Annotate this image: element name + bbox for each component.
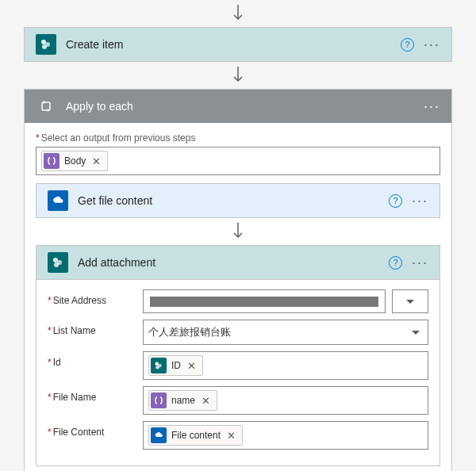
more-icon[interactable]: ··· [412,197,428,205]
svg-point-1 [41,40,46,44]
remove-token-icon[interactable]: ✕ [186,360,198,372]
filecontent-label: File Content [48,421,135,438]
filecontent-token[interactable]: File content ✕ [148,425,243,446]
chevron-down-icon [412,331,420,335]
list-name-dropdown[interactable]: 个人差旅报销台账 [143,320,428,345]
site-address-dropdown[interactable] [392,289,428,313]
body-token[interactable]: Body ✕ [41,151,108,171]
name-token[interactable]: name ✕ [148,390,217,411]
arrow-connector [24,62,452,89]
expression-icon [151,392,167,408]
site-address-input[interactable] [143,289,386,313]
arrow-connector [36,466,440,471]
more-icon[interactable]: ··· [412,258,428,266]
expression-icon [44,153,60,169]
id-token[interactable]: ID ✕ [148,355,203,376]
remove-token-icon[interactable]: ✕ [200,395,212,407]
redacted-value [150,297,378,307]
output-select-input[interactable]: Body ✕ [36,147,440,175]
token-label: Body [64,155,86,167]
filename-input[interactable]: name ✕ [143,386,428,415]
more-icon[interactable]: ··· [424,40,440,48]
sharepoint-icon [151,358,167,373]
add-attachment-header[interactable]: Add attachment ? ··· [36,246,440,280]
add-attachment-action: Add attachment ? ··· Site Address [36,245,440,466]
svg-point-12 [155,366,159,370]
remove-token-icon[interactable]: ✕ [90,155,102,167]
sharepoint-icon [48,252,68,273]
help-icon[interactable]: ? [401,38,414,52]
list-name-label: List Name [48,320,135,336]
apply-to-each-container: Apply to each ··· Select an output from … [24,89,452,471]
svg-point-9 [54,262,59,267]
svg-point-3 [42,44,47,49]
action-title: Add attachment [78,256,379,269]
help-icon[interactable]: ? [389,194,402,208]
filename-label: File Name [48,386,135,403]
token-label: File content [171,430,221,441]
action-title: Create item [66,38,391,51]
token-label: name [171,395,195,406]
loop-icon [36,96,56,117]
arrow-connector [24,0,452,27]
svg-point-7 [53,258,58,262]
arrow-connector [36,218,440,245]
svg-point-10 [155,362,159,366]
token-label: ID [171,360,181,371]
list-name-value: 个人差旅报销台账 [148,325,231,339]
filecontent-input[interactable]: File content ✕ [143,421,428,450]
action-title: Get file content [78,194,379,207]
remove-token-icon[interactable]: ✕ [225,430,237,442]
onedrive-icon [48,190,68,211]
action-title: Apply to each [66,100,414,113]
chevron-down-icon [406,300,414,304]
id-label: Id [48,351,135,368]
create-item-action[interactable]: Create item ? ··· [24,27,452,62]
onedrive-icon [151,427,167,443]
more-icon[interactable]: ··· [424,102,440,110]
svg-rect-5 [42,102,50,110]
id-input[interactable]: ID ✕ [143,351,428,380]
apply-to-each-header[interactable]: Apply to each ··· [25,90,451,123]
output-select-label: Select an output from previous steps [36,132,440,144]
site-address-label: Site Address [48,289,135,306]
sharepoint-icon [36,34,56,55]
get-file-content-action[interactable]: Get file content ? ··· [36,183,440,218]
help-icon[interactable]: ? [389,256,402,270]
